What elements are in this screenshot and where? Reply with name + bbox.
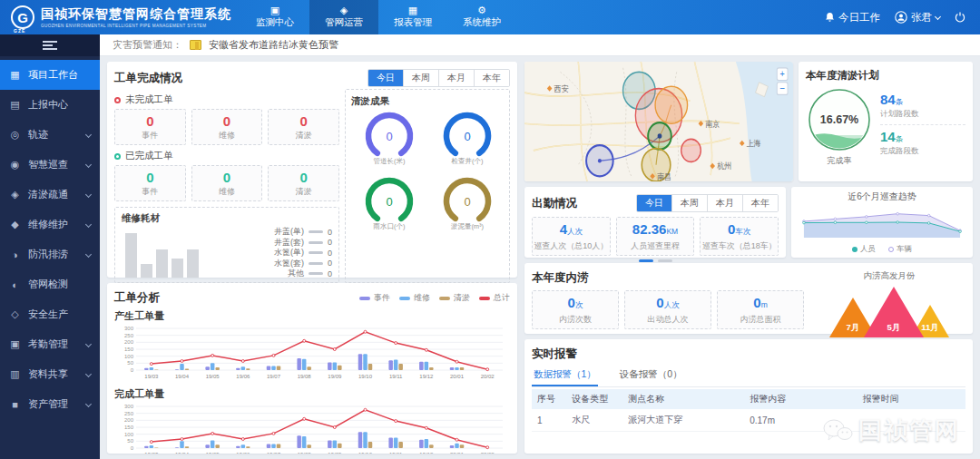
- sidebar-item-智慧巡查[interactable]: ◉智慧巡查: [0, 150, 100, 180]
- work-order-card: 工单完成情况 今日本周本月本年 未完成工单 0事件0维修0清淤 已完成工单 0事…: [107, 62, 517, 278]
- chevron-down-icon: [85, 341, 92, 347]
- sidebar-collapse-toggle[interactable]: [0, 34, 100, 56]
- sidebar-item-管网检测[interactable]: ◐管网检测: [0, 269, 100, 299]
- user-menu[interactable]: 张君: [895, 11, 940, 24]
- legend-item-总计: 总计: [479, 292, 510, 304]
- attendance-stats: 4人次巡查人次（总10人）82.36KM人员巡查里程0车次巡查车次（总18车）: [532, 217, 779, 256]
- stat-box-事件: 0事件: [114, 109, 186, 145]
- stat-value: 0: [269, 113, 338, 129]
- nav-item-管网运营[interactable]: ◈管网运营: [309, 0, 378, 34]
- svg-text:19/04: 19/04: [175, 374, 190, 379]
- gauge-淤泥量(m³): 0淤泥量(m³): [429, 176, 505, 239]
- svg-text:50: 50: [127, 360, 133, 366]
- sidebar-item-label: 上报中心: [28, 98, 68, 112]
- nav-item-系统维护[interactable]: ⚙系统维护: [447, 0, 516, 34]
- nav-item-报表管理[interactable]: ▦报表管理: [378, 0, 447, 34]
- stat-box-维修: 0维修: [191, 109, 263, 145]
- att-tab-本月[interactable]: 本月: [707, 195, 742, 211]
- alarm-row[interactable]: 1水尺派河大道下穿0.17m: [532, 409, 965, 432]
- sidebar-item-安全生产[interactable]: ◇安全生产: [0, 299, 100, 329]
- wo-tab-本周[interactable]: 本周: [403, 70, 438, 86]
- materials-legend-item: 其他0: [216, 269, 332, 279]
- generated-orders-chart: 05010015020025030019/0319/0419/0519/0619…: [114, 324, 510, 384]
- sidebar-item-清淤疏通[interactable]: ◈清淤疏通: [0, 180, 100, 210]
- svg-text:19/06: 19/06: [236, 374, 250, 379]
- region-map[interactable]: 西安南京上海杭州南昌+−: [524, 62, 793, 181]
- stat-value: 4人次: [533, 221, 610, 239]
- nav-item-label: 管网运营: [325, 16, 363, 29]
- svg-text:200: 200: [124, 339, 134, 345]
- att-tab-本周[interactable]: 本周: [671, 195, 707, 211]
- sidebar-item-维修维护[interactable]: ◆维修维护: [0, 210, 100, 239]
- trend-area-chart: [799, 203, 965, 243]
- wo-tab-今日[interactable]: 今日: [368, 70, 403, 86]
- stat-label: 巡查车次（总18车）: [701, 240, 778, 252]
- sidebar-icon-2: ◎: [9, 129, 21, 141]
- sidebar-item-label: 管网检测: [28, 278, 68, 291]
- stat-label: 出动总人次: [625, 314, 710, 326]
- stat-box-巡查人次（总10人）: 4人次巡查人次（总10人）: [532, 217, 611, 256]
- svg-text:19/12: 19/12: [419, 374, 434, 379]
- svg-text:19/12: 19/12: [419, 452, 434, 454]
- svg-text:20/01: 20/01: [450, 374, 465, 379]
- stat-label: 事件: [115, 186, 185, 198]
- completion-liquid-gauge: 16.67%: [806, 86, 873, 153]
- pipe-operation-icon: ◈: [340, 5, 348, 15]
- att-tab-今日[interactable]: 今日: [637, 195, 671, 211]
- app-root: G GZE 国祯环保智慧管网综合管理系统 GUOZHEN ENVIRONMENT…: [0, 0, 980, 459]
- planned-label: 计划路段数: [880, 109, 965, 120]
- stat-value: 0: [192, 170, 262, 185]
- wo-tab-本月[interactable]: 本月: [438, 70, 474, 86]
- chevron-down-icon: [85, 191, 92, 198]
- materials-legend: 井盖(单)0井盖(套)0水篦(单)0水篦(套)0其他0: [216, 227, 332, 279]
- svg-text:19/10: 19/10: [358, 452, 373, 454]
- sidebar-icon-6: ◑: [9, 249, 21, 260]
- finished-marker-icon: [114, 153, 121, 160]
- nav-item-监测中心[interactable]: ▣监测中心: [240, 0, 309, 34]
- sidebar-item-资产管理[interactable]: ■资产管理: [0, 389, 100, 419]
- finished-stats: 0事件0维修0清淤: [114, 165, 339, 201]
- chevron-down-icon: [85, 132, 92, 138]
- materials-panel: 维修耗材 井盖(单)0井盖(套)0水篦(单)0水篦(套)0其他0: [114, 207, 339, 283]
- trend-legend-人员: 人员: [852, 244, 876, 255]
- svg-text:50: 50: [127, 438, 133, 444]
- today-work-button[interactable]: 今日工作: [825, 11, 880, 24]
- flood-month-label: 5月: [887, 322, 901, 334]
- svg-text:300: 300: [124, 326, 134, 331]
- materials-dash-icon: [309, 272, 323, 275]
- sidebar-item-资料共享[interactable]: ▥资料共享: [0, 359, 100, 389]
- materials-item-value: 0: [328, 238, 332, 247]
- sidebar-item-考勤管理[interactable]: ▣考勤管理: [0, 329, 100, 359]
- sidebar-item-项目工作台[interactable]: ▦项目工作台: [0, 60, 100, 90]
- attendance-carousel: [532, 259, 779, 262]
- notice-message[interactable]: 安徽省发布道路结冰黄色预警: [209, 38, 338, 52]
- carousel-dash[interactable]: [658, 259, 672, 262]
- gauge-检查井(个): 0检查井(个): [429, 111, 505, 174]
- alarm-tab-设备报警（0）[interactable]: 设备报警（0）: [618, 366, 684, 386]
- trend-title: 近6个月巡查趋势: [799, 190, 965, 203]
- user-name: 张君: [911, 11, 932, 24]
- wo-tab-本年[interactable]: 本年: [474, 70, 509, 86]
- sidebar-item-防汛排涝[interactable]: ◑防汛排涝: [0, 239, 100, 269]
- carousel-dash-active[interactable]: [639, 259, 653, 262]
- svg-text:19/11: 19/11: [389, 452, 403, 454]
- sidebar-item-轨迹[interactable]: ◎轨迹: [0, 120, 100, 150]
- map-card[interactable]: 西安南京上海杭州南昌+−: [524, 62, 793, 181]
- svg-text:南昌: 南昌: [657, 171, 671, 181]
- svg-text:雨水口(个): 雨水口(个): [373, 222, 406, 230]
- svg-text:19/08: 19/08: [298, 452, 312, 454]
- svg-text:上海: 上海: [747, 139, 761, 149]
- logout-button[interactable]: [955, 12, 965, 23]
- svg-text:19/03: 19/03: [144, 374, 159, 379]
- alarm-tab-数据报警（1）[interactable]: 数据报警（1）: [532, 366, 598, 386]
- flood-title: 本年度内涝: [532, 270, 804, 286]
- att-tab-本年[interactable]: 本年: [742, 195, 778, 211]
- power-icon: [955, 12, 965, 23]
- sidebar-icon-11: ■: [9, 399, 21, 410]
- sidebar-icon-7: ◐: [9, 279, 21, 290]
- sidebar-item-上报中心[interactable]: ▤上报中心: [0, 90, 100, 120]
- alarm-col-序号: 序号: [532, 389, 566, 409]
- chevron-down-icon: [85, 161, 92, 168]
- stat-label: 维修: [192, 130, 262, 142]
- attendance-card: 出勤情况 今日本周本月本年 4人次巡查人次（总10人）82.36KM人员巡查里程…: [524, 187, 786, 258]
